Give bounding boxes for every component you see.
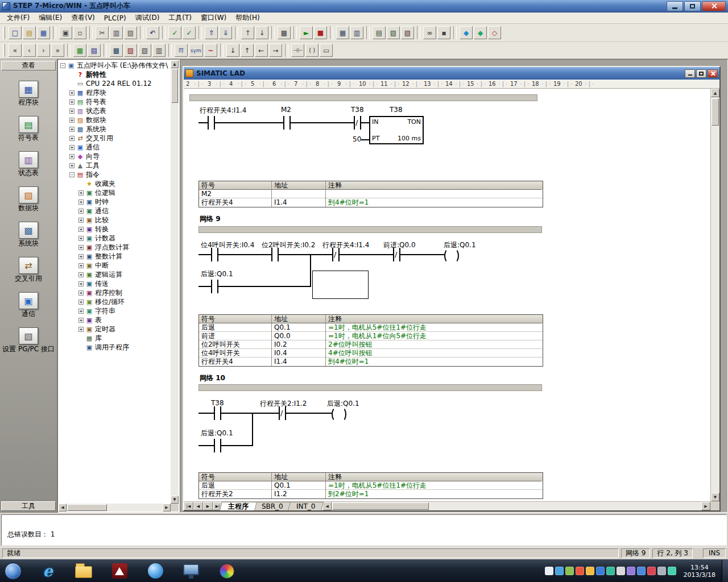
trend-view-button[interactable]: ~ [204, 44, 217, 57]
output-coil[interactable] [332, 406, 346, 420]
toolbar-separator[interactable] [67, 44, 71, 57]
tree-expander-icon[interactable]: + [78, 272, 84, 277]
tree-item-communications[interactable]: + ▣ 通信 [59, 143, 171, 152]
symbol-table-row[interactable]: 后退Q0.1=1时，电机从5#位往1#位行走 [199, 323, 543, 332]
lad-horizontal-scrollbar[interactable]: ◀ ▶ [322, 502, 710, 510]
tab-scroll-button[interactable]: |◀ [184, 502, 193, 510]
tree-expander-icon[interactable]: + [78, 281, 84, 286]
paste-button[interactable]: ▧ [124, 26, 137, 39]
toolbar-separator[interactable] [198, 26, 202, 39]
print-preview-button[interactable]: ▫ [73, 26, 86, 39]
line-down-button[interactable]: ↓ [226, 44, 239, 57]
symbol-info-table-button[interactable]: 符 [175, 44, 188, 57]
tree-expander-icon[interactable]: + [78, 254, 84, 259]
tree-item-logical-operations[interactable]: + ▣ 逻辑运算 [59, 270, 171, 279]
toolbar-separator[interactable] [453, 26, 457, 39]
toolbar-separator[interactable] [271, 26, 275, 39]
tree-expander-icon[interactable]: + [78, 227, 84, 232]
timer-operand[interactable]: T38 [390, 106, 403, 114]
empty-box-placeholder[interactable] [312, 271, 369, 299]
insert-box-button[interactable]: ▭ [320, 44, 333, 57]
next-network-button[interactable]: › [37, 44, 50, 57]
tray-icon[interactable] [555, 567, 564, 575]
tab-int-0[interactable]: INT_0 [288, 502, 324, 510]
tree-expander-icon[interactable]: + [69, 163, 75, 168]
save-button[interactable]: ▦ [37, 26, 50, 39]
network-title[interactable]: 网络 10 [200, 373, 225, 383]
lad-window-titlebar[interactable]: SIMATIC LAD [184, 67, 719, 80]
tray-icon[interactable] [657, 567, 666, 575]
no-contact[interactable] [214, 406, 221, 420]
clear-bookmarks-button[interactable]: ◇ [488, 26, 501, 39]
tree-item-clock[interactable]: + ▣ 时钟 [59, 197, 171, 206]
taskbar-item-browser-app[interactable] [140, 560, 171, 582]
tree-item-counters[interactable]: + ▣ 计数器 [59, 234, 171, 243]
toolbar-separator[interactable] [417, 26, 420, 39]
nc-contact[interactable]: / [354, 116, 361, 130]
tree-expander-icon[interactable]: + [78, 318, 84, 323]
delete-row-button[interactable]: ▥ [152, 44, 166, 57]
tree-item-libraries[interactable]: ▦ 库 [59, 334, 171, 343]
network-comment-band[interactable] [198, 226, 542, 233]
start-button[interactable] [5, 563, 22, 580]
toolbar-separator[interactable] [53, 26, 56, 39]
network-comment-band[interactable] [189, 94, 537, 101]
toolbar-separator[interactable] [235, 26, 238, 39]
tray-icon[interactable] [586, 567, 594, 575]
upload-button[interactable]: ⇑ [205, 26, 218, 39]
no-contact[interactable] [211, 280, 218, 293]
scroll-left-icon[interactable]: ◀ [322, 502, 332, 510]
symbol-table-row[interactable]: 行程开关4I1.4到4#位时=1 [199, 357, 543, 366]
close-button[interactable] [702, 1, 726, 11]
tree-expander-icon[interactable]: + [69, 145, 75, 150]
menu-item[interactable]: 查看(V) [67, 13, 100, 23]
contact-operand[interactable]: 位2呼叫开关:I0.2 [262, 240, 315, 250]
contact-operand[interactable]: T38 [211, 399, 224, 407]
symbol-table-row[interactable]: 行程开关2I1.2到2#位时=1 [199, 490, 543, 498]
delete-network-button[interactable]: ▨ [124, 44, 137, 57]
show-desktop-button[interactable] [722, 560, 728, 582]
insert-coil-button[interactable]: ( ) [305, 44, 318, 57]
menu-item[interactable]: 工具(T) [164, 13, 196, 23]
tree-item-data-block[interactable]: + ▨ 数据块 [59, 115, 171, 124]
tree-item-cpu[interactable]: ▭ CPU 224 REL 01.12 [59, 79, 171, 88]
scroll-up-icon[interactable]: ▲ [711, 89, 719, 97]
single-read-button[interactable]: ▨ [387, 26, 400, 39]
tree-item-project[interactable]: - ▣ 五点呼叫小车 (E:\孙伟伟文件\ [59, 61, 171, 70]
tree-item-table[interactable]: + ▣ 表 [59, 315, 171, 325]
network-title[interactable]: 网络 9 [200, 214, 221, 224]
sidebar-item-cross-reference[interactable]: ⇄ 交叉引用 [0, 257, 57, 292]
nc-contact[interactable]: / [393, 248, 400, 261]
tree-item-convert[interactable]: + ▣ 转换 [59, 225, 171, 234]
view-bar-header[interactable]: 查看 [1, 61, 56, 70]
lad-minimize-button[interactable] [685, 69, 695, 78]
tree-expander-icon[interactable]: + [69, 109, 75, 114]
tree-expander-icon[interactable]: + [78, 263, 84, 268]
toolbar-separator[interactable] [366, 26, 370, 39]
menu-item[interactable]: 窗口(W) [196, 13, 231, 23]
symbol-table-toggle-button[interactable]: ▦ [73, 44, 86, 57]
program-status-button[interactable]: ▦ [336, 26, 349, 39]
taskbar-item-paint[interactable] [212, 560, 242, 582]
last-network-button[interactable]: » [51, 44, 64, 57]
ton-timer-box[interactable]: IN TON PT 100 ms [369, 116, 424, 144]
tree-item-tools[interactable]: + ▲ 工具 [59, 161, 171, 170]
tree-horizontal-scrollbar[interactable]: ◀ ▶ [59, 504, 171, 512]
contact-operand[interactable]: 后退:Q0.1 [201, 269, 233, 279]
tree-item-compare[interactable]: + ▣ 比较 [59, 215, 171, 225]
network-comment-band[interactable] [198, 384, 542, 391]
output-coil[interactable] [444, 248, 459, 261]
menu-item[interactable]: 编辑(E) [34, 13, 67, 23]
download-button[interactable]: ⇓ [219, 26, 232, 39]
tree-expander-icon[interactable]: - [60, 63, 65, 68]
tab-scroll-button[interactable]: ▶ [203, 502, 213, 510]
tree-expander-icon[interactable]: + [78, 245, 84, 250]
line-left-button[interactable]: ← [255, 44, 268, 57]
chart-status-button[interactable]: ▤ [373, 26, 386, 39]
tray-icon[interactable] [576, 567, 584, 575]
nc-contact[interactable]: / [279, 406, 286, 420]
contact-operand[interactable]: 行程开关4:I1.4 [322, 240, 369, 250]
sidebar-item-system-block[interactable]: ▩ 系统块 [0, 222, 57, 257]
taskbar-clock[interactable]: 13:54 2013/3/18 [684, 564, 715, 579]
tree-item-system-block[interactable]: + ▩ 系统块 [59, 124, 171, 134]
